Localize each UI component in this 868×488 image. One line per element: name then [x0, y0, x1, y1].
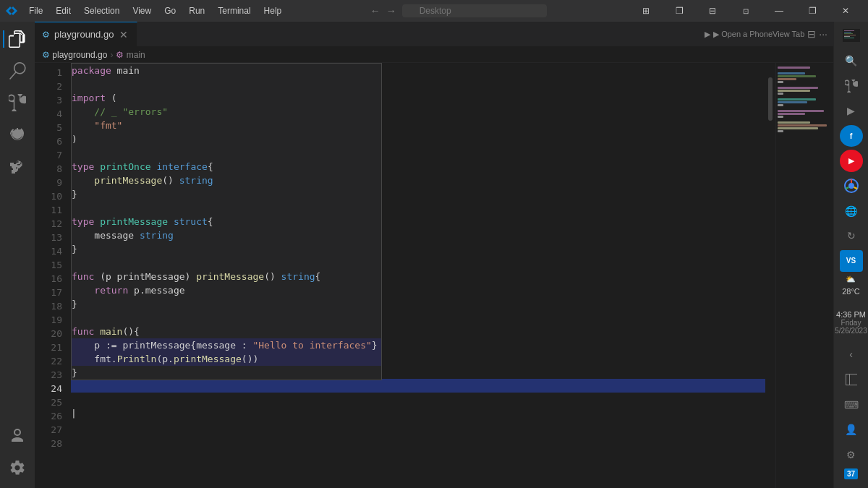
- tab-playground-go[interactable]: ⚙ playground.go ✕: [35, 22, 137, 46]
- open-phoneview-label[interactable]: ▶ Open a PhoneView Tab: [713, 30, 804, 39]
- editor-wrapper: 12345 678910 1112131415 1617181920 21222…: [35, 63, 833, 488]
- code-line-25: [71, 420, 139, 434]
- svg-line-11: [846, 187, 849, 189]
- vscode-remote-icon[interactable]: VS: [840, 250, 863, 273]
- nav-forward-button[interactable]: →: [386, 5, 396, 17]
- facebook-icon[interactable]: f: [840, 125, 863, 147]
- restore-button[interactable]: ❐: [796, 0, 829, 22]
- code-line-5: "fmt": [72, 119, 381, 132]
- breadcrumb-separator: ›: [110, 50, 113, 60]
- code-line-22: fmt.Println(p.printMessage()): [72, 352, 381, 366]
- youtube-icon[interactable]: ▶: [840, 150, 863, 172]
- keyboard-icon[interactable]: ⌨: [840, 393, 863, 416]
- code-line-19: [72, 311, 381, 325]
- menu-terminal[interactable]: Terminal: [212, 4, 256, 17]
- svg-rect-4: [844, 35, 856, 35]
- right-sidebar: 🔍 ▶ f ▶ 🌐 ↻ VS ⛅ 28°C 4:36 PM Friday 5/2…: [833, 22, 868, 488]
- activity-bar-bottom: [3, 421, 32, 488]
- titlebar-center: ← → 🔍: [370, 4, 547, 17]
- main-container: ⚙ playground.go ✕ ▶ ▶ Open a PhoneView T…: [0, 22, 868, 488]
- notification-badge: 37: [844, 468, 858, 479]
- code-line-8: type printOnce interface{: [72, 160, 381, 174]
- code-line-20: func main(){: [72, 325, 381, 338]
- code-line-12: type printMessage struct{: [72, 215, 381, 228]
- vscode-logo-icon: [6, 5, 17, 17]
- layout-btn-3[interactable]: ⊟: [696, 0, 729, 22]
- chrome-icon[interactable]: [840, 175, 863, 197]
- win-layout-4[interactable]: ⊡: [729, 0, 762, 22]
- svg-rect-2: [844, 32, 851, 33]
- menu-edit[interactable]: Edit: [50, 4, 77, 17]
- code-line-13: message string: [72, 228, 381, 242]
- activity-source-control-icon[interactable]: [3, 88, 32, 117]
- code-line-23: }: [72, 366, 381, 380]
- titlebar-menu: File Edit Selection View Go Run Terminal…: [23, 4, 287, 17]
- menu-selection[interactable]: Selection: [78, 4, 125, 17]
- split-editor-button[interactable]: ⊟: [807, 28, 816, 40]
- vscode-sidebar-icon[interactable]: [840, 369, 863, 391]
- code-line-6: ): [72, 132, 381, 146]
- scrollbar-track[interactable]: [765, 63, 775, 488]
- settings-bottom-icon[interactable]: ⚙: [840, 443, 863, 466]
- right-source-control-icon[interactable]: [840, 75, 863, 98]
- svg-rect-6: [844, 38, 854, 38]
- menu-file[interactable]: File: [23, 4, 48, 17]
- activity-extensions-icon[interactable]: [3, 152, 32, 181]
- code-line-3: import (: [72, 91, 381, 105]
- activity-settings-icon[interactable]: [3, 453, 32, 482]
- more-actions-button[interactable]: ···: [819, 28, 827, 40]
- editor-area: ⚙ playground.go ✕ ▶ ▶ Open a PhoneView T…: [35, 22, 833, 488]
- search-wrapper: 🔍: [402, 4, 547, 17]
- activity-files-icon[interactable]: [3, 25, 32, 53]
- code-line-1: package main: [72, 64, 381, 77]
- run-tab-button[interactable]: ▶: [705, 30, 710, 39]
- code-line-24: |: [71, 406, 139, 420]
- tab-bar: ⚙ playground.go ✕ ▶ ▶ Open a PhoneView T…: [35, 22, 833, 47]
- search-input[interactable]: [402, 4, 547, 17]
- menu-help[interactable]: Help: [258, 4, 288, 17]
- minimap-content: [776, 63, 833, 140]
- weather-widget: ⛅ 28°C: [842, 275, 860, 307]
- line-numbers: 12345 678910 1112131415 1617181920 21222…: [35, 63, 71, 488]
- activity-accounts-icon[interactable]: [3, 421, 32, 450]
- window-controls: ⊞ ❒ ⊟ ⊡ — ❐ ✕: [629, 0, 862, 22]
- accounts-bottom-icon[interactable]: 👤: [840, 419, 863, 441]
- right-search-icon[interactable]: 🔍: [840, 50, 863, 72]
- collapse-right-icon[interactable]: ‹: [840, 343, 863, 366]
- tab-label: playground.go: [54, 29, 114, 40]
- menu-view[interactable]: View: [127, 4, 157, 17]
- code-line-21: p := printMessage{message : "Hello to in…: [72, 338, 381, 352]
- svg-point-8: [848, 183, 854, 189]
- weather-temp: 28°C: [842, 287, 860, 296]
- nav-back-button[interactable]: ←: [370, 5, 380, 17]
- code-editor[interactable]: 12345 678910 1112131415 1617181920 21222…: [35, 63, 833, 488]
- code-line-2: [72, 77, 381, 91]
- rotate-icon[interactable]: ↻: [840, 225, 863, 247]
- code-line-9: printMessage() string: [72, 174, 381, 187]
- tab-close-button[interactable]: ✕: [118, 29, 129, 40]
- layout-btn-1[interactable]: ⊞: [629, 0, 663, 22]
- weather-icon: ⛅: [846, 275, 856, 284]
- menu-run[interactable]: Run: [183, 4, 210, 17]
- breadcrumb-file[interactable]: ⚙ playground.go: [42, 50, 107, 60]
- code-content[interactable]: package main import ( // _ "errors" "fmt…: [71, 63, 765, 488]
- right-run-icon[interactable]: ▶: [840, 100, 863, 122]
- close-button[interactable]: ✕: [829, 0, 862, 22]
- minimize-button[interactable]: —: [762, 0, 796, 22]
- time-date: 5/26/2023: [835, 327, 867, 335]
- menu-go[interactable]: Go: [158, 4, 182, 17]
- breadcrumb-symbol[interactable]: ⚙ main: [116, 50, 145, 60]
- activity-search-icon[interactable]: [3, 56, 32, 85]
- code-line-11: [72, 201, 381, 215]
- activity-run-debug-icon[interactable]: [3, 120, 32, 149]
- edge-icon[interactable]: 🌐: [840, 200, 863, 222]
- code-line-10: }: [72, 187, 381, 201]
- code-line-7: [72, 146, 381, 160]
- minimap-preview: [843, 27, 860, 44]
- svg-rect-3: [844, 33, 853, 34]
- code-line-26: [71, 461, 139, 475]
- code-line-15: [72, 256, 381, 270]
- tab-actions: ▶ ▶ Open a PhoneView Tab ⊟ ···: [705, 22, 833, 46]
- layout-btn-2[interactable]: ❒: [663, 0, 696, 22]
- breadcrumb: ⚙ playground.go › ⚙ main: [35, 47, 833, 63]
